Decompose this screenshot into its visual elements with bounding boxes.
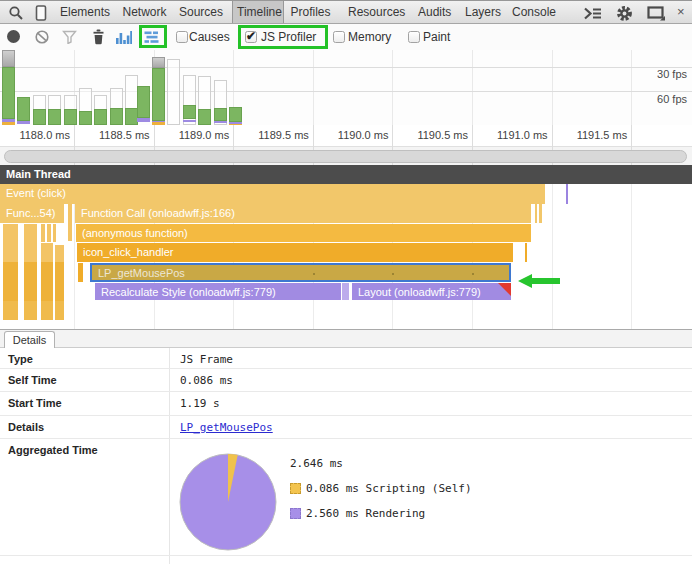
- flame-call-stripe[interactable]: [3, 224, 18, 320]
- flame-call-stripe[interactable]: [68, 204, 72, 241]
- ruler-label: 1191.5 ms: [577, 129, 628, 141]
- flame-bar-label: (anonymous function): [76, 224, 531, 242]
- tab-timeline[interactable]: Timeline: [237, 1, 282, 23]
- annotation-box-flamechart-icon: [139, 25, 167, 48]
- timeline-toolbar: Causes✔JS ProfilerMemoryPaint: [0, 24, 692, 50]
- frame-bar-purple: [17, 121, 30, 125]
- checkbox-causes[interactable]: [176, 31, 188, 43]
- timeline-ruler: 1188.0 ms1188.5 ms1189.0 ms1189.5 ms1190…: [0, 125, 692, 147]
- frame-bar-cap: [2, 50, 15, 67]
- annotation-arrow-shaft: [532, 278, 560, 285]
- details-row-value: JS Frame: [180, 353, 233, 366]
- flame-call-stripe[interactable]: [41, 243, 53, 320]
- flame-bar-tick[interactable]: [342, 283, 349, 301]
- checkbox-label-paint: Paint: [423, 30, 450, 44]
- flame-bar-tick[interactable]: [539, 204, 542, 223]
- tab-details[interactable]: Details: [4, 331, 55, 348]
- gridline-dot: [392, 273, 394, 275]
- frame-bar-green: [214, 108, 227, 121]
- flame-call-stripe[interactable]: [47, 224, 51, 242]
- flame-bar-event-click[interactable]: Event (click): [0, 184, 545, 204]
- frame-bar-green: [17, 97, 30, 121]
- frame-bar-green: [198, 109, 211, 126]
- tab-console[interactable]: Console: [512, 1, 556, 23]
- settings-gear-icon[interactable]: [616, 5, 633, 22]
- details-value-link[interactable]: LP_getMousePos: [180, 421, 273, 434]
- flame-chart[interactable]: Event (click)Func...54)Function Call (on…: [0, 184, 692, 330]
- clear-button[interactable]: [35, 30, 49, 44]
- overview-scrollbar[interactable]: [4, 150, 687, 163]
- tab-network[interactable]: Network: [123, 1, 167, 23]
- ruler-divider: [631, 125, 632, 147]
- tab-resources[interactable]: Resources: [348, 1, 405, 23]
- ruler-divider: [552, 125, 553, 147]
- flame-bar-tick[interactable]: [78, 263, 83, 283]
- flame-bar-tick[interactable]: [525, 243, 528, 262]
- tab-layers[interactable]: Layers: [465, 1, 501, 23]
- frame-bar-green: [137, 86, 150, 119]
- flame-bar-recalculate-style-onloadwff-js-779[interactable]: Recalculate Style (onloadwff.js:779): [95, 283, 341, 301]
- frame-bar-green: [110, 108, 123, 126]
- warning-corner-icon: [498, 283, 511, 296]
- search-icon[interactable]: [8, 5, 24, 21]
- dock-side-icon[interactable]: [647, 6, 667, 21]
- checkbox-label-memory: Memory: [348, 30, 391, 44]
- overview-gridline: [472, 50, 473, 125]
- flame-bar-label: Func...54): [0, 204, 64, 222]
- overview-gridline: [313, 50, 314, 125]
- flame-bar-layout-onloadwff-js-779[interactable]: Layout (onloadwff.js:779): [352, 283, 511, 301]
- device-mode-icon[interactable]: [34, 5, 48, 21]
- flame-call-stripe[interactable]: [41, 224, 45, 242]
- flame-call-stripe[interactable]: [53, 224, 56, 242]
- flame-bar-function-call-onloadwff-js-166[interactable]: Function Call (onloadwff.js:166): [75, 204, 531, 223]
- details-row-start-time: Start Time1.19 s: [0, 392, 692, 416]
- frame-bar-green: [48, 109, 61, 126]
- flame-bar-anonymous-function[interactable]: (anonymous function): [76, 224, 531, 243]
- frame-bar-green: [2, 67, 15, 119]
- ruler-label: 1189.0 ms: [179, 129, 230, 141]
- details-row-label: Self Time: [8, 374, 57, 386]
- ruler-divider: [154, 125, 155, 147]
- record-button[interactable]: [7, 30, 20, 43]
- flame-bar-func-54[interactable]: Func...54): [0, 204, 64, 223]
- tab-sources[interactable]: Sources: [179, 1, 223, 23]
- aggregated-time-pie-chart: [176, 450, 280, 554]
- ruler-divider: [233, 125, 234, 147]
- flame-call-stripe[interactable]: [24, 224, 37, 320]
- frame-bar-green: [64, 109, 77, 125]
- details-row-details: DetailsLP_getMousePos: [0, 416, 692, 440]
- fps-label: 60 fps: [657, 93, 687, 105]
- aggregated-total: 2.646 ms: [290, 457, 343, 470]
- frame-bar-green: [94, 109, 107, 126]
- flame-bar-icon-click-handler[interactable]: icon_click_handler: [77, 243, 513, 262]
- frame-bar-green: [229, 107, 242, 123]
- console-drawer-icon[interactable]: [583, 7, 603, 20]
- checkbox-memory[interactable]: [333, 31, 345, 43]
- filter-icon[interactable]: [62, 30, 77, 44]
- frame-bar-green: [33, 109, 46, 126]
- tab-audits[interactable]: Audits: [418, 1, 451, 23]
- details-table: TypeJS FrameSelf Time0.086 msStart Time1…: [0, 348, 692, 564]
- ruler-divider: [392, 125, 393, 147]
- ruler-label: 1188.5 ms: [99, 129, 150, 141]
- checkbox-paint[interactable]: [408, 31, 420, 43]
- ruler-label: 1189.5 ms: [258, 129, 309, 141]
- flame-call-stripe[interactable]: [55, 245, 64, 320]
- flame-bar-lp-getmousepos[interactable]: LP_getMousePos: [90, 263, 511, 283]
- tab-elements[interactable]: Elements: [60, 1, 110, 23]
- flame-bar-label: icon_click_handler: [77, 243, 513, 261]
- counters-bars-icon[interactable]: [115, 29, 132, 45]
- fps-overview-chart[interactable]: 30 fps60 fps: [0, 50, 692, 125]
- devtools-tabbar: ElementsNetworkSourcesTimelineProfilesRe…: [0, 0, 692, 24]
- legend-text: 0.086 ms Scripting (Self): [306, 482, 472, 495]
- flame-bar-tick[interactable]: [566, 184, 569, 204]
- close-icon[interactable]: ×: [677, 1, 685, 23]
- details-row-label: Type: [8, 353, 33, 365]
- details-row-self-time: Self Time0.086 ms: [0, 369, 692, 393]
- trash-icon[interactable]: [91, 29, 106, 45]
- flame-bar-tick[interactable]: [535, 204, 538, 223]
- flame-bar-label: Layout (onloadwff.js:779): [352, 283, 511, 301]
- tab-profiles[interactable]: Profiles: [291, 1, 331, 23]
- flame-gridline: [631, 184, 632, 330]
- frame-bar-green: [183, 105, 196, 120]
